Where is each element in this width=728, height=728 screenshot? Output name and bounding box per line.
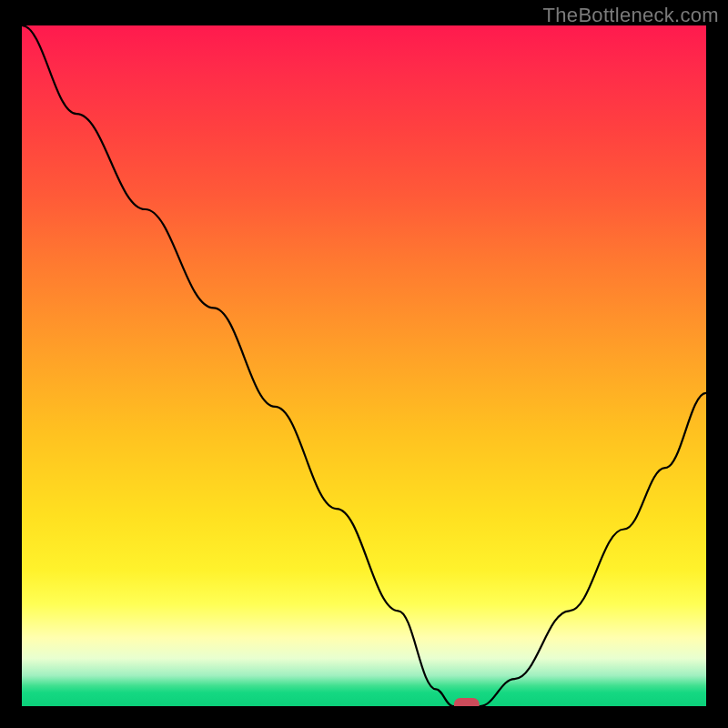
optimum-marker xyxy=(454,698,480,706)
bottleneck-curve-path xyxy=(22,25,706,706)
curve-layer xyxy=(22,25,706,706)
chart-frame: TheBottleneck.com xyxy=(0,0,728,728)
watermark-text: TheBottleneck.com xyxy=(543,4,719,27)
plot-area xyxy=(22,25,706,706)
